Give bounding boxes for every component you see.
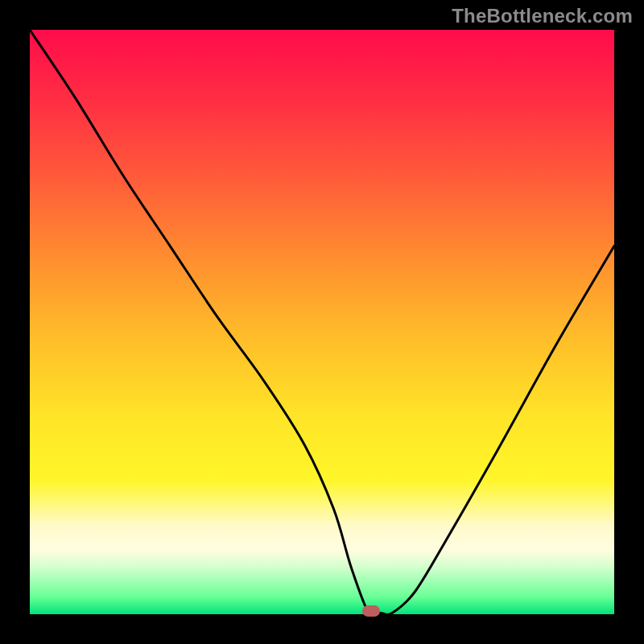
optimal-point-marker: [362, 605, 380, 617]
chart-frame: TheBottleneck.com: [0, 0, 644, 644]
bottleneck-curve: [30, 30, 614, 614]
plot-area: [30, 30, 614, 614]
watermark-text: TheBottleneck.com: [452, 5, 633, 27]
